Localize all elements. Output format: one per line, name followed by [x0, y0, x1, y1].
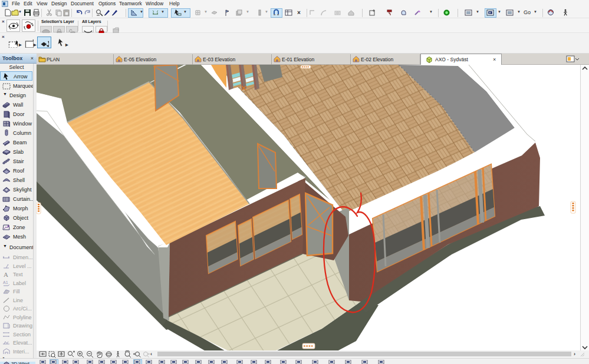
svg-text:A: A: [4, 271, 8, 278]
svg-text:A1: A1: [3, 280, 8, 284]
